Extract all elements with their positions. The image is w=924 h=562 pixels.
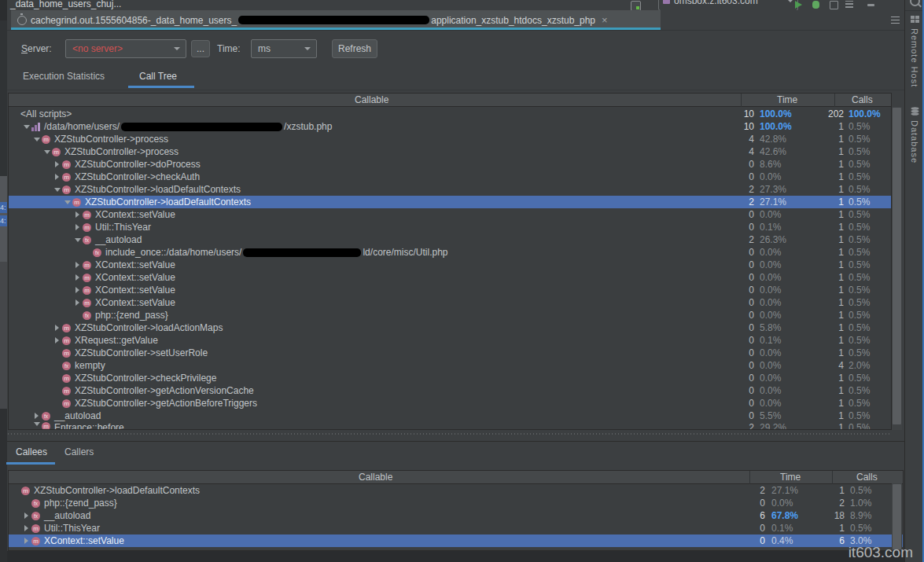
scrollbar-track[interactable] xyxy=(892,107,902,430)
scrollbar-thumb[interactable] xyxy=(893,108,901,424)
tree-row[interactable]: mXZStubController->checkAuth00.0%10.5% xyxy=(9,171,891,183)
scrollbar-track[interactable] xyxy=(892,483,902,550)
chevron-right-icon[interactable] xyxy=(32,413,41,419)
method-icon: m xyxy=(62,324,71,332)
calls-value: 100.0% xyxy=(849,108,881,119)
calls-value: 1 xyxy=(819,197,844,208)
tabs-list-icon[interactable] xyxy=(891,17,900,24)
tree-row[interactable]: mXContext::setValue00.0%10.5% xyxy=(9,284,891,296)
search-icon[interactable] xyxy=(910,0,920,6)
chevron-right-icon[interactable] xyxy=(73,224,82,230)
callable-label: XZStubController->doProcess xyxy=(75,159,201,170)
tree-row[interactable]: mXZStubController->setUserRole00.0%10.5% xyxy=(9,347,891,359)
callable-label: XZStubController->getActionVersionCache xyxy=(75,385,254,396)
tree-row[interactable]: mXZStubController->getActionVersionCache… xyxy=(9,384,891,397)
coverage-icon[interactable] xyxy=(845,1,853,8)
refresh-button[interactable]: Refresh xyxy=(332,39,377,58)
tree-row[interactable]: mUtil::ThisYear00.1%10.5% xyxy=(9,522,903,534)
tab-cachegrind-snapshot[interactable]: cachegrind.out.1555604856-_data_home_use… xyxy=(11,10,661,30)
column-calls[interactable]: Calls xyxy=(852,94,873,105)
tree-row[interactable]: mXZStubController->loadDefaultContexts22… xyxy=(9,196,891,208)
tree-row[interactable]: <All scripts>10100.0%202100.0% xyxy=(9,108,891,120)
column-calls[interactable]: Calls xyxy=(856,472,878,483)
column-callable[interactable]: Callable xyxy=(355,94,388,105)
column-callable[interactable]: Callable xyxy=(359,472,392,483)
chevron-right-icon[interactable] xyxy=(53,325,61,331)
method-icon: m xyxy=(83,223,91,232)
run-configuration-select[interactable]: omsbox.z.it603.com xyxy=(658,0,798,10)
server-select[interactable]: <no server> xyxy=(65,39,186,58)
tree-row[interactable]: fxinclude_once::/data/home/users/ld/core… xyxy=(9,246,891,259)
chevron-down-icon[interactable] xyxy=(63,200,72,204)
stop-icon[interactable] xyxy=(867,4,874,6)
chevron-right-icon[interactable] xyxy=(22,525,31,531)
tree-row[interactable]: mXContext::setValue00.4%63.0% xyxy=(9,534,903,547)
chevron-right-icon[interactable] xyxy=(22,512,31,519)
time-value: 100.0% xyxy=(760,121,792,132)
tree-row[interactable]: mXZStubController->doProcess08.6%10.5% xyxy=(9,158,891,171)
tree-row[interactable]: mXZStubController->process442.6%10.5% xyxy=(9,145,891,158)
tab-callees[interactable]: Callees xyxy=(16,446,47,457)
callees-rows: mXZStubController->loadDefaultContexts22… xyxy=(9,484,903,547)
chevron-down-icon[interactable] xyxy=(53,188,61,192)
tree-row[interactable]: fx__autoload05.5%10.5% xyxy=(9,410,891,422)
tree-row[interactable]: fx__autoload226.3%10.5% xyxy=(9,233,891,246)
tab-execution-statistics[interactable]: Execution Statistics xyxy=(23,71,105,82)
callable-label: XZStubController->setUserRole xyxy=(75,347,208,358)
tab-close-icon[interactable]: × xyxy=(602,15,608,25)
chevron-right-icon[interactable] xyxy=(73,262,82,268)
calls-value: 0.5% xyxy=(849,398,870,409)
open-in-browser-icon[interactable] xyxy=(631,1,641,10)
tree-row[interactable]: mXContext::setValue00.0%10.5% xyxy=(9,296,891,309)
chevron-right-icon[interactable] xyxy=(73,287,82,293)
column-time[interactable]: Time xyxy=(777,94,797,105)
tree-row[interactable]: mXContext::setValue00.0%10.5% xyxy=(9,259,891,271)
tree-row[interactable]: /data/home/users//xzstub.php10100.0%10.5… xyxy=(9,120,891,133)
browse-servers-button[interactable]: ... xyxy=(191,40,210,57)
tree-row[interactable]: fxkempty00.0%42.0% xyxy=(9,359,891,372)
stripe-button-database[interactable]: Database xyxy=(905,107,924,163)
tree-row[interactable]: mEntrance::before229.2%10.5% xyxy=(9,422,891,430)
chevron-right-icon[interactable] xyxy=(73,211,82,218)
callable-label: XZStubController->loadDefaultContexts xyxy=(34,485,200,496)
callable-label: Entrance::before xyxy=(54,422,124,430)
stripe-button-remote-host[interactable]: Remote Host xyxy=(905,16,924,87)
tree-row[interactable]: mXZStubController->loadDefaultContexts22… xyxy=(9,183,891,196)
chevron-down-icon[interactable] xyxy=(32,138,41,141)
splitter-handle[interactable] xyxy=(8,433,892,435)
tree-row[interactable]: mXContext::setValue00.0%10.5% xyxy=(9,271,891,284)
method-icon: m xyxy=(83,261,91,270)
run-button[interactable] xyxy=(795,1,802,9)
tree-row[interactable]: mXZStubController->getActionBeforeTrigge… xyxy=(9,397,891,410)
chevron-right-icon[interactable] xyxy=(53,337,61,343)
listen-debug-icon[interactable] xyxy=(830,1,838,9)
scrollbar-thumb[interactable] xyxy=(893,484,901,549)
tree-row[interactable]: fx__autoload667.8%188.9% xyxy=(9,509,903,522)
tree-row[interactable]: mUtil::ThisYear00.1%10.5% xyxy=(9,221,891,233)
debug-button[interactable] xyxy=(812,1,819,9)
column-time[interactable]: Time xyxy=(780,472,801,483)
chevron-right-icon[interactable] xyxy=(73,274,82,281)
chevron-down-icon[interactable] xyxy=(73,238,82,242)
chevron-right-icon[interactable] xyxy=(22,538,31,544)
chevron-down-icon[interactable] xyxy=(32,422,41,426)
tree-row[interactable]: fxphp::{zend_pass}00.0%10.5% xyxy=(9,309,891,321)
tree-row[interactable]: mXRequest::getValue00.1%10.5% xyxy=(9,334,891,347)
tab-call-tree[interactable]: Call Tree xyxy=(139,71,177,82)
method-icon: m xyxy=(52,148,61,156)
chevron-right-icon[interactable] xyxy=(53,174,61,180)
chevron-right-icon[interactable] xyxy=(53,161,61,167)
tree-row[interactable]: mXZStubController->loadDefaultContexts22… xyxy=(9,484,903,497)
tree-row[interactable]: mXZStubController->checkPrivilege00.0%10… xyxy=(9,372,891,384)
time-unit-select[interactable]: ms xyxy=(251,39,317,58)
tree-row[interactable]: fxphp::{zend_pass}00.0%21.0% xyxy=(9,497,903,509)
tab-callers[interactable]: Callers xyxy=(64,446,94,457)
chevron-down-icon[interactable] xyxy=(22,125,31,129)
profiler-snapshot-icon xyxy=(17,16,27,25)
tree-row[interactable]: mXZStubController->process442.8%10.5% xyxy=(9,133,891,145)
tree-row[interactable]: mXZStubController->loadActionMaps05.8%10… xyxy=(9,321,891,334)
chevron-down-icon[interactable] xyxy=(42,150,51,154)
chevron-right-icon[interactable] xyxy=(73,299,82,306)
watermark: it603.com xyxy=(849,544,913,561)
tree-row[interactable]: mXContext::setValue00.0%10.5% xyxy=(9,208,891,221)
